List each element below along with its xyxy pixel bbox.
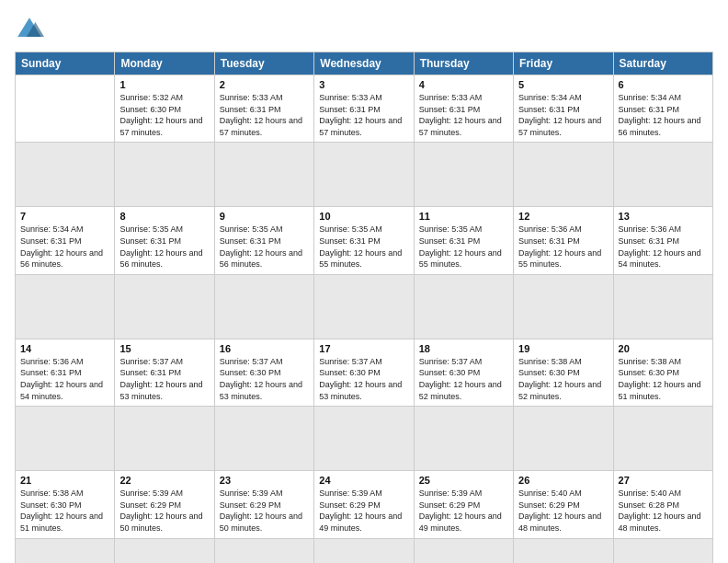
cell-day-number: 11 [419,211,508,222]
day-header: Wednesday [314,52,414,75]
cell-sun-info: Sunrise: 5:38 AM Sunset: 6:30 PM Dayligh… [518,356,608,402]
cell-day-number: 21 [20,475,109,486]
cell-day-number: 9 [220,211,309,222]
cell-sun-info: Sunrise: 5:36 AM Sunset: 6:31 PM Dayligh… [518,224,608,270]
cell-sun-info: Sunrise: 5:39 AM Sunset: 6:29 PM Dayligh… [319,488,408,534]
cell-sun-info: Sunrise: 5:38 AM Sunset: 6:30 PM Dayligh… [20,488,109,534]
calendar-cell: 15Sunrise: 5:37 AM Sunset: 6:31 PM Dayli… [115,339,214,406]
week-separator [16,274,713,339]
calendar-week-row: 1Sunrise: 5:32 AM Sunset: 6:30 PM Daylig… [16,75,713,143]
calendar-cell: 17Sunrise: 5:37 AM Sunset: 6:30 PM Dayli… [314,339,414,406]
page: SundayMondayTuesdayWednesdayThursdayFrid… [0,0,728,563]
calendar-cell: 5Sunrise: 5:34 AM Sunset: 6:31 PM Daylig… [514,75,613,143]
calendar-cell: 2Sunrise: 5:33 AM Sunset: 6:31 PM Daylig… [214,75,313,143]
cell-day-number: 22 [119,475,209,486]
calendar-cell: 8Sunrise: 5:35 AM Sunset: 6:31 PM Daylig… [115,207,214,274]
cell-sun-info: Sunrise: 5:40 AM Sunset: 6:28 PM Dayligh… [619,488,708,534]
calendar-cell: 4Sunrise: 5:33 AM Sunset: 6:31 PM Daylig… [414,75,513,143]
day-header: Tuesday [214,52,313,75]
cell-sun-info: Sunrise: 5:33 AM Sunset: 6:31 PM Dayligh… [220,92,309,138]
cell-sun-info: Sunrise: 5:35 AM Sunset: 6:31 PM Dayligh… [319,224,408,270]
cell-sun-info: Sunrise: 5:34 AM Sunset: 6:31 PM Dayligh… [518,92,608,138]
cell-day-number: 23 [220,475,309,486]
cell-sun-info: Sunrise: 5:35 AM Sunset: 6:31 PM Dayligh… [220,224,309,270]
calendar-cell: 26Sunrise: 5:40 AM Sunset: 6:29 PM Dayli… [514,471,613,538]
cell-day-number: 5 [518,79,608,90]
calendar-cell: 12Sunrise: 5:36 AM Sunset: 6:31 PM Dayli… [514,207,613,274]
day-header: Friday [514,52,613,75]
cell-sun-info: Sunrise: 5:33 AM Sunset: 6:31 PM Dayligh… [319,92,408,138]
cell-day-number: 6 [619,79,708,90]
calendar-cell: 27Sunrise: 5:40 AM Sunset: 6:28 PM Dayli… [613,471,712,538]
calendar-table: SundayMondayTuesdayWednesdayThursdayFrid… [15,52,713,563]
cell-day-number: 4 [419,79,508,90]
cell-day-number: 10 [319,211,408,222]
cell-sun-info: Sunrise: 5:36 AM Sunset: 6:31 PM Dayligh… [619,224,708,270]
cell-day-number: 7 [20,211,109,222]
cell-day-number: 18 [419,343,508,354]
calendar-cell: 7Sunrise: 5:34 AM Sunset: 6:31 PM Daylig… [16,207,115,274]
calendar-cell: 25Sunrise: 5:39 AM Sunset: 6:29 PM Dayli… [414,471,513,538]
calendar-cell: 11Sunrise: 5:35 AM Sunset: 6:31 PM Dayli… [414,207,513,274]
calendar-cell: 19Sunrise: 5:38 AM Sunset: 6:30 PM Dayli… [514,339,613,406]
cell-day-number: 19 [518,343,608,354]
cell-sun-info: Sunrise: 5:37 AM Sunset: 6:30 PM Dayligh… [220,356,309,402]
calendar-cell: 24Sunrise: 5:39 AM Sunset: 6:29 PM Dayli… [314,471,414,538]
cell-day-number: 14 [20,343,109,354]
cell-sun-info: Sunrise: 5:39 AM Sunset: 6:29 PM Dayligh… [220,488,309,534]
calendar-cell: 1Sunrise: 5:32 AM Sunset: 6:30 PM Daylig… [115,75,214,143]
cell-day-number: 8 [119,211,209,222]
cell-day-number: 3 [319,79,408,90]
cell-day-number: 24 [319,475,408,486]
cell-sun-info: Sunrise: 5:37 AM Sunset: 6:30 PM Dayligh… [319,356,408,402]
cell-sun-info: Sunrise: 5:33 AM Sunset: 6:31 PM Dayligh… [419,92,508,138]
calendar-cell: 6Sunrise: 5:34 AM Sunset: 6:31 PM Daylig… [613,75,712,143]
calendar-week-row: 21Sunrise: 5:38 AM Sunset: 6:30 PM Dayli… [16,471,713,538]
cell-sun-info: Sunrise: 5:38 AM Sunset: 6:30 PM Dayligh… [619,356,708,402]
calendar-cell: 9Sunrise: 5:35 AM Sunset: 6:31 PM Daylig… [214,207,313,274]
calendar-cell: 10Sunrise: 5:35 AM Sunset: 6:31 PM Dayli… [314,207,414,274]
cell-sun-info: Sunrise: 5:40 AM Sunset: 6:29 PM Dayligh… [518,488,608,534]
cell-sun-info: Sunrise: 5:35 AM Sunset: 6:31 PM Dayligh… [419,224,508,270]
calendar-cell: 14Sunrise: 5:36 AM Sunset: 6:31 PM Dayli… [16,339,115,406]
cell-day-number: 26 [518,475,608,486]
cell-sun-info: Sunrise: 5:35 AM Sunset: 6:31 PM Dayligh… [119,224,209,270]
cell-day-number: 27 [619,475,708,486]
header [15,15,713,44]
calendar-cell: 18Sunrise: 5:37 AM Sunset: 6:30 PM Dayli… [414,339,513,406]
calendar-cell: 20Sunrise: 5:38 AM Sunset: 6:30 PM Dayli… [613,339,712,406]
calendar-cell: 22Sunrise: 5:39 AM Sunset: 6:29 PM Dayli… [115,471,214,538]
week-separator [16,407,713,471]
cell-day-number: 16 [220,343,309,354]
day-header: Saturday [613,52,712,75]
cell-sun-info: Sunrise: 5:34 AM Sunset: 6:31 PM Dayligh… [20,224,109,270]
day-header: Monday [115,52,214,75]
day-header: Sunday [16,52,115,75]
calendar-cell: 3Sunrise: 5:33 AM Sunset: 6:31 PM Daylig… [314,75,414,143]
cell-day-number: 1 [119,79,209,90]
cell-day-number: 15 [119,343,209,354]
calendar-cell: 13Sunrise: 5:36 AM Sunset: 6:31 PM Dayli… [613,207,712,274]
cell-day-number: 20 [619,343,708,354]
logo [15,15,48,44]
cell-day-number: 13 [619,211,708,222]
calendar-cell: 16Sunrise: 5:37 AM Sunset: 6:30 PM Dayli… [214,339,313,406]
calendar-cell: 23Sunrise: 5:39 AM Sunset: 6:29 PM Dayli… [214,471,313,538]
cell-sun-info: Sunrise: 5:39 AM Sunset: 6:29 PM Dayligh… [419,488,508,534]
cell-day-number: 12 [518,211,608,222]
cell-day-number: 17 [319,343,408,354]
cell-sun-info: Sunrise: 5:37 AM Sunset: 6:31 PM Dayligh… [119,356,209,402]
calendar-cell: 21Sunrise: 5:38 AM Sunset: 6:30 PM Dayli… [16,471,115,538]
week-separator [16,538,713,563]
calendar-week-row: 7Sunrise: 5:34 AM Sunset: 6:31 PM Daylig… [16,207,713,274]
cell-day-number: 25 [419,475,508,486]
calendar-week-row: 14Sunrise: 5:36 AM Sunset: 6:31 PM Dayli… [16,339,713,406]
day-header: Thursday [414,52,513,75]
cell-sun-info: Sunrise: 5:36 AM Sunset: 6:31 PM Dayligh… [20,356,109,402]
calendar-cell [16,75,115,143]
logo-icon [15,15,44,44]
cell-sun-info: Sunrise: 5:37 AM Sunset: 6:30 PM Dayligh… [419,356,508,402]
cell-sun-info: Sunrise: 5:34 AM Sunset: 6:31 PM Dayligh… [619,92,708,138]
header-row: SundayMondayTuesdayWednesdayThursdayFrid… [16,52,713,75]
cell-sun-info: Sunrise: 5:39 AM Sunset: 6:29 PM Dayligh… [119,488,209,534]
